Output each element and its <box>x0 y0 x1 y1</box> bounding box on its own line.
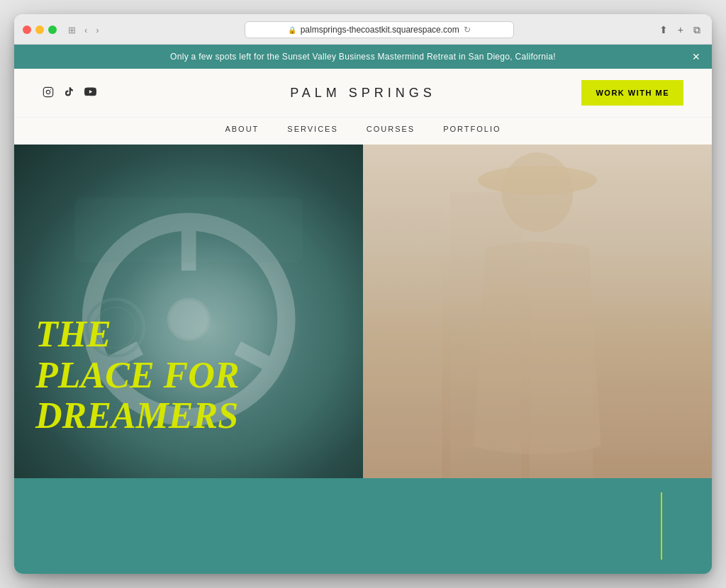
nav-services[interactable]: SERVICES <box>287 125 337 133</box>
teal-section <box>14 478 712 574</box>
address-bar-container: 🔒 palmsprings-thecoastkit.squarespace.co… <box>111 21 648 38</box>
announcement-text: Only a few spots left for the Sunset Val… <box>170 52 556 62</box>
nav-about[interactable]: ABOUT <box>225 125 259 133</box>
hero-line-2: PLACE FOR <box>35 355 240 395</box>
close-button[interactable] <box>23 26 31 34</box>
lock-icon: 🔒 <box>288 26 296 34</box>
address-bar[interactable]: 🔒 palmsprings-thecoastkit.squarespace.co… <box>245 21 514 38</box>
maximize-button[interactable] <box>48 26 57 34</box>
tabs-button[interactable]: ⧉ <box>691 23 703 38</box>
browser-nav-controls: ⊞ ‹ › <box>65 23 102 37</box>
instagram-icon[interactable] <box>43 86 54 100</box>
svg-point-15 <box>478 166 597 194</box>
teal-content-area <box>14 478 661 574</box>
hero-right-panel <box>363 145 712 478</box>
sidebar-toggle[interactable]: ⊞ <box>65 23 79 37</box>
teal-side-panel <box>662 478 712 574</box>
site-title: PALM SPRINGS <box>290 86 436 101</box>
site-header: PALM SPRINGS WORK WITH ME <box>14 69 712 118</box>
traffic-lights <box>23 26 57 34</box>
svg-line-6 <box>238 348 277 368</box>
hero-text-overlay: THE PLACE FOR DREAMERS <box>35 314 240 436</box>
youtube-icon[interactable] <box>84 86 96 100</box>
browser-chrome: ⊞ ‹ › 🔒 palmsprings-thecoastkit.squaresp… <box>14 14 712 45</box>
new-tab-button[interactable]: + <box>675 23 686 37</box>
svg-point-2 <box>50 89 51 89</box>
main-navigation: ABOUT SERVICES COURSES PORTFOLIO <box>14 118 712 145</box>
header-social-icons <box>43 86 96 100</box>
url-text: palmsprings-thecoastkit.squarespace.com <box>301 25 459 35</box>
hero-left-panel: THE PLACE FOR DREAMERS <box>14 145 363 478</box>
site-title-container: PALM SPRINGS <box>290 86 436 101</box>
hero-line-3: DREAMERS <box>35 395 240 436</box>
header-cta: WORK WITH ME <box>581 80 683 106</box>
back-button[interactable]: ‹ <box>82 23 90 37</box>
minimize-button[interactable] <box>35 26 44 34</box>
work-with-me-button[interactable]: WORK WITH ME <box>581 80 683 106</box>
svg-rect-0 <box>43 87 52 96</box>
woman-photo <box>363 145 712 478</box>
browser-window: ⊞ ‹ › 🔒 palmsprings-thecoastkit.squaresp… <box>14 14 712 574</box>
share-button[interactable]: ⬆ <box>657 23 671 37</box>
reload-icon[interactable]: ↻ <box>464 25 471 35</box>
svg-rect-11 <box>363 208 442 478</box>
website-content: Only a few spots left for the Sunset Val… <box>14 45 712 574</box>
announcement-close-button[interactable]: ✕ <box>692 52 700 62</box>
hero-headline: THE PLACE FOR DREAMERS <box>35 314 240 436</box>
hero-line-1: THE <box>35 314 240 354</box>
svg-rect-10 <box>74 198 302 263</box>
hero-section: THE PLACE FOR DREAMERS <box>14 145 712 478</box>
svg-point-1 <box>46 90 50 94</box>
nav-courses[interactable]: COURSES <box>367 125 415 133</box>
tiktok-icon[interactable] <box>64 86 74 99</box>
announcement-banner: Only a few spots left for the Sunset Val… <box>14 45 712 69</box>
nav-portfolio[interactable]: PORTFOLIO <box>443 125 501 133</box>
browser-actions: ⬆ + ⧉ <box>657 23 703 38</box>
forward-button[interactable]: › <box>93 23 101 37</box>
